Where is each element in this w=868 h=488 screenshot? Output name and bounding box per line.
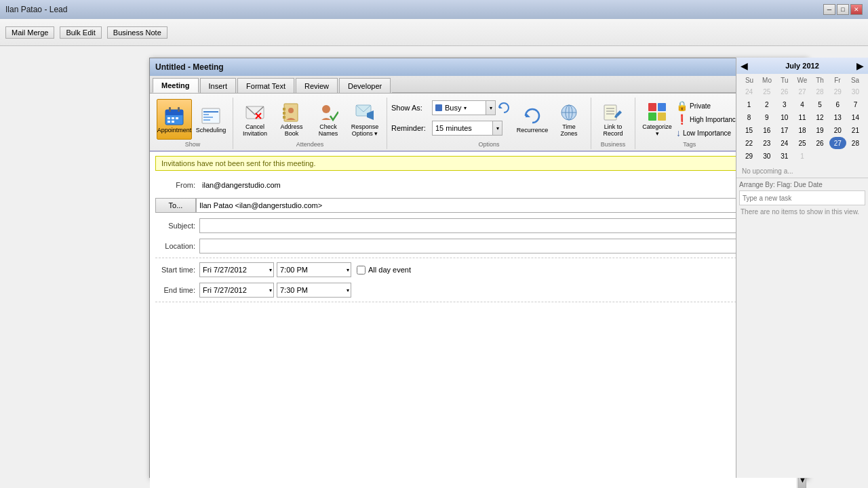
start-date-value: Fri 7/27/2012 — [203, 266, 247, 274]
calendar-next-button[interactable]: ▶ — [856, 60, 864, 71]
calendar-day[interactable]: 19 — [812, 124, 829, 136]
calendar-day[interactable]: 30 — [758, 150, 775, 162]
calendar-day[interactable]: 18 — [793, 124, 810, 136]
tab-insert[interactable]: Insert — [200, 78, 237, 93]
end-date-dropdown[interactable]: Fri 7/27/2012 ▾ — [199, 283, 274, 298]
end-time-row: End time: Fri 7/27/2012 ▾ 7:30 PM ▾ — [155, 281, 801, 299]
calendar-day[interactable]: 9 — [758, 111, 775, 123]
bulk-edit-button[interactable]: Bulk Edit — [60, 26, 101, 39]
calendar-day[interactable]: 28 — [847, 137, 864, 149]
options-group-label: Options — [478, 141, 499, 148]
private-button[interactable]: 🔒 Private — [676, 100, 739, 111]
calendar-day[interactable]: 3 — [776, 98, 793, 110]
business-group-items: Link toRecord — [595, 99, 631, 140]
calendar-day[interactable]: 16 — [758, 124, 775, 136]
end-time-dropdown[interactable]: 7:30 PM ▾ — [277, 283, 351, 298]
calendar-day[interactable]: 23 — [758, 137, 775, 149]
tags-group-label: Tags — [683, 141, 696, 148]
check-names-button[interactable]: CheckNames — [311, 99, 346, 140]
calendar-day[interactable]: 27 — [793, 85, 810, 98]
reminder-dropdown[interactable]: 15 minutes — [432, 121, 493, 136]
calendar-day[interactable]: 7 — [847, 98, 864, 110]
categorize-button[interactable]: Categorize ▾ — [639, 99, 675, 140]
address-book-button[interactable]: AddressBook — [274, 99, 309, 140]
response-options-button[interactable]: ResponseOptions ▾ — [347, 99, 382, 140]
calendar-day[interactable]: 12 — [812, 111, 829, 123]
to-field[interactable] — [196, 198, 801, 213]
calendar-day[interactable]: 29 — [829, 85, 846, 98]
calendar-day[interactable]: 21 — [847, 124, 864, 136]
meeting-body-textarea[interactable] — [150, 309, 806, 488]
calendar-day[interactable]: 20 — [829, 124, 846, 136]
appointment-button[interactable]: Appointment — [157, 99, 192, 140]
calendar-day[interactable]: 25 — [758, 85, 775, 98]
to-button[interactable]: To... — [155, 198, 196, 213]
all-day-checkbox[interactable] — [357, 266, 366, 274]
calendar-day[interactable]: 15 — [741, 124, 757, 136]
bg-toolbar: Mail Merge Bulk Edit Business Note — [0, 19, 868, 46]
mail-merge-button[interactable]: Mail Merge — [5, 26, 54, 39]
link-to-record-button[interactable]: Link toRecord — [595, 99, 631, 140]
meeting-body[interactable]: ▲ ▼ — [150, 309, 806, 488]
show-as-dropdown[interactable]: Busy ▾ — [432, 100, 486, 115]
svg-rect-9 — [202, 108, 220, 123]
calendar-day[interactable]: 28 — [812, 85, 829, 98]
svg-rect-13 — [203, 119, 210, 121]
svg-rect-6 — [176, 117, 178, 119]
ribbon-group-tags: Categorize ▾ 🔒 Private ❗ High Importance — [635, 98, 744, 149]
calendar-day[interactable]: 29 — [741, 150, 757, 162]
recurrence-button[interactable]: Recurrence — [515, 99, 550, 140]
tab-format-text[interactable]: Format Text — [237, 78, 294, 93]
calendar-day[interactable]: 4 — [793, 98, 810, 110]
start-time-dropdown[interactable]: 7:00 PM ▾ — [277, 262, 351, 277]
calendar-grid: Su Mo Tu We Th Fr Sa 2425262728293012345… — [736, 74, 868, 165]
new-task-input[interactable] — [739, 190, 865, 205]
tab-review[interactable]: Review — [296, 78, 338, 93]
tab-developer[interactable]: Developer — [339, 78, 391, 93]
from-row: From: ilan@dangerstudio.com ▾ — [155, 176, 801, 194]
svg-rect-31 — [604, 105, 616, 120]
calendar-day[interactable]: 26 — [776, 85, 793, 98]
calendar-day[interactable]: 13 — [829, 111, 846, 123]
calendar-day[interactable]: 6 — [829, 98, 846, 110]
business-note-button[interactable]: Business Note — [107, 26, 167, 39]
reminder-dropdown-btn[interactable]: ▾ — [493, 121, 502, 136]
bg-minimize-button[interactable]: ─ — [823, 4, 835, 15]
all-day-checkbox-wrapper[interactable]: All day event — [357, 266, 411, 274]
tab-meeting[interactable]: Meeting — [153, 78, 199, 93]
calendar-day[interactable]: 24 — [741, 85, 757, 98]
high-importance-button[interactable]: ❗ High Importance — [676, 114, 739, 125]
calendar-day[interactable]: 1 — [793, 150, 810, 162]
calendar-day[interactable]: 8 — [741, 111, 757, 123]
show-as-dropdown-btn[interactable]: ▾ — [486, 100, 496, 115]
calendar-day[interactable]: 30 — [847, 85, 864, 98]
calendar-prev-button[interactable]: ◀ — [741, 60, 748, 71]
svg-rect-35 — [648, 103, 656, 111]
svg-rect-18 — [283, 108, 285, 110]
subject-field[interactable] — [199, 218, 801, 233]
calendar-day[interactable]: 10 — [776, 111, 793, 123]
low-importance-button[interactable]: ↓ Low Importance — [676, 127, 739, 138]
calendar-day[interactable]: 22 — [741, 137, 757, 149]
calendar-day[interactable]: 24 — [776, 137, 793, 149]
svg-rect-3 — [178, 107, 180, 112]
calendar-day[interactable]: 14 — [847, 111, 864, 123]
calendar-day[interactable]: 25 — [793, 137, 810, 149]
calendar-day[interactable]: 27 — [829, 137, 846, 149]
cancel-invitation-button[interactable]: CancelInvitation — [237, 99, 273, 140]
calendar-day[interactable]: 5 — [812, 98, 829, 110]
calendar-nav-bar: ◀ July 2012 ▶ — [736, 58, 868, 74]
bg-close-button[interactable]: ✕ — [850, 4, 863, 15]
calendar-day[interactable]: 1 — [741, 98, 757, 110]
calendar-day[interactable]: 31 — [776, 150, 793, 162]
scheduling-button[interactable]: Scheduling — [193, 99, 229, 140]
bg-maximize-button[interactable]: □ — [837, 4, 849, 15]
calendar-day[interactable]: 26 — [812, 137, 829, 149]
calendar-day[interactable]: 11 — [793, 111, 810, 123]
start-date-dropdown[interactable]: Fri 7/27/2012 ▾ — [199, 262, 274, 277]
time-zones-button[interactable]: TimeZones — [551, 99, 587, 140]
svg-marker-26 — [526, 113, 530, 117]
location-field[interactable] — [200, 239, 788, 253]
calendar-day[interactable]: 2 — [758, 98, 775, 110]
calendar-day[interactable]: 17 — [776, 124, 793, 136]
